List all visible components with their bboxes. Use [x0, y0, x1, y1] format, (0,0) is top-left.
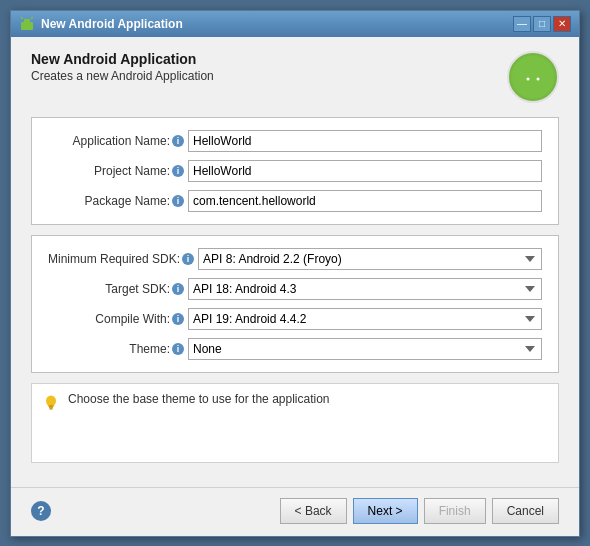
compile-with-row: Compile With: i API 19: Android 4.4.2: [48, 308, 542, 330]
svg-line-9: [540, 67, 543, 71]
compile-with-label: Compile With: i: [48, 312, 188, 326]
svg-rect-5: [521, 77, 545, 87]
package-name-row: Package Name: i: [48, 190, 542, 212]
maximize-button[interactable]: □: [533, 16, 551, 32]
android-logo: [507, 51, 559, 103]
project-name-info-icon: i: [172, 165, 184, 177]
project-name-row: Project Name: i: [48, 160, 542, 182]
svg-line-2: [21, 17, 23, 19]
bottom-bar: ? < Back Next > Finish Cancel: [11, 487, 579, 536]
svg-rect-0: [21, 22, 33, 30]
title-bar: New Android Application — □ ✕: [11, 11, 579, 37]
svg-point-10: [46, 395, 56, 406]
application-name-info-icon: i: [172, 135, 184, 147]
cancel-button[interactable]: Cancel: [492, 498, 559, 524]
target-sdk-info-icon: i: [172, 283, 184, 295]
page-title: New Android Application: [31, 51, 214, 67]
minimize-button[interactable]: —: [513, 16, 531, 32]
window-icon: [19, 16, 35, 32]
theme-label: Theme: i: [48, 342, 188, 356]
minimum-sdk-row: Minimum Required SDK: i API 8: Android 2…: [48, 248, 542, 270]
header-section: New Android Application Creates a new An…: [31, 51, 559, 103]
hint-section: Choose the base theme to use for the app…: [31, 383, 559, 463]
package-name-label: Package Name: i: [48, 194, 188, 208]
page-subtitle: Creates a new Android Application: [31, 69, 214, 83]
content-area: New Android Application Creates a new An…: [11, 37, 579, 487]
minimum-sdk-info-icon: i: [182, 253, 194, 265]
theme-row: Theme: i None: [48, 338, 542, 360]
package-name-input[interactable]: [188, 190, 542, 212]
header-text: New Android Application Creates a new An…: [31, 51, 214, 83]
next-button[interactable]: Next >: [353, 498, 418, 524]
svg-rect-1: [24, 19, 30, 23]
project-name-label: Project Name: i: [48, 164, 188, 178]
title-bar-left: New Android Application: [19, 16, 183, 32]
svg-point-7: [537, 77, 540, 80]
bottom-buttons: < Back Next > Finish Cancel: [280, 498, 559, 524]
finish-button[interactable]: Finish: [424, 498, 486, 524]
hint-bulb-icon: [42, 394, 60, 412]
main-window: New Android Application — □ ✕ New Androi…: [10, 10, 580, 537]
svg-point-6: [527, 77, 530, 80]
compile-with-select[interactable]: API 19: Android 4.4.2: [188, 308, 542, 330]
application-name-label: Application Name: i: [48, 134, 188, 148]
svg-line-8: [523, 67, 526, 71]
project-name-input[interactable]: [188, 160, 542, 182]
theme-select[interactable]: None: [188, 338, 542, 360]
hint-text: Choose the base theme to use for the app…: [68, 392, 330, 406]
target-sdk-select[interactable]: API 18: Android 4.3: [188, 278, 542, 300]
svg-rect-11: [49, 405, 54, 407]
svg-line-3: [31, 17, 33, 19]
help-button[interactable]: ?: [31, 501, 51, 521]
form-section: Application Name: i Project Name: i Pack…: [31, 117, 559, 225]
theme-info-icon: i: [172, 343, 184, 355]
title-controls: — □ ✕: [513, 16, 571, 32]
minimum-sdk-label: Minimum Required SDK: i: [48, 252, 198, 266]
target-sdk-row: Target SDK: i API 18: Android 4.3: [48, 278, 542, 300]
package-name-info-icon: i: [172, 195, 184, 207]
minimum-sdk-select[interactable]: API 8: Android 2.2 (Froyo): [198, 248, 542, 270]
android-icon: [515, 59, 551, 95]
svg-rect-12: [49, 407, 53, 409]
sdk-section: Minimum Required SDK: i API 8: Android 2…: [31, 235, 559, 373]
svg-rect-13: [50, 408, 53, 409]
back-button[interactable]: < Back: [280, 498, 347, 524]
application-name-input[interactable]: [188, 130, 542, 152]
close-button[interactable]: ✕: [553, 16, 571, 32]
bottom-left: ?: [31, 501, 51, 521]
compile-with-info-icon: i: [172, 313, 184, 325]
application-name-row: Application Name: i: [48, 130, 542, 152]
target-sdk-label: Target SDK: i: [48, 282, 188, 296]
title-bar-text: New Android Application: [41, 17, 183, 31]
